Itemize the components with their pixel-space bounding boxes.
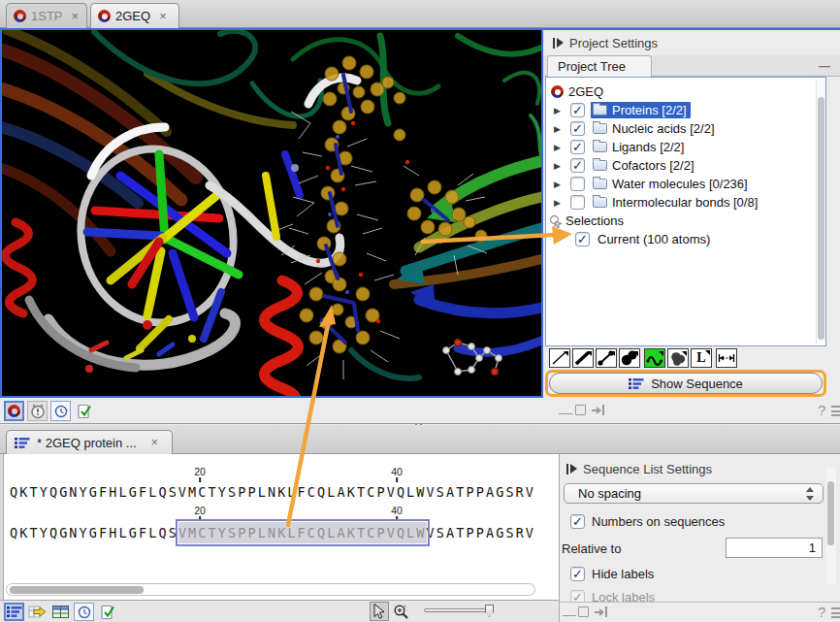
disclosure-triangle-icon[interactable]: ▶ [554, 106, 565, 115]
sequence-list-view[interactable]: 20 40 QKTYQGNYGFHLGFLQSVMCTYSPPLNKLFCQLA… [4, 454, 559, 600]
panel-menu-icon[interactable] [831, 406, 840, 416]
table-view-button[interactable] [50, 603, 71, 621]
document-tab-bar: 1STP × 2GEQ × [0, 0, 840, 28]
minimize-panel-icon[interactable]: — [563, 607, 576, 621]
tab-2geq[interactable]: 2GEQ × [90, 3, 179, 28]
sequence-settings-header[interactable]: Sequence List Settings [566, 462, 712, 476]
ball-and-stick-tool-button[interactable] [596, 348, 617, 368]
label-tool-button[interactable]: L [691, 348, 712, 368]
lock-labels-option[interactable]: ✓ Lock labels [570, 590, 655, 602]
minimize-panel-icon[interactable]: — [559, 406, 572, 419]
tree-item-water-molecules[interactable]: ▶ Water molecules [0/236] [554, 175, 752, 193]
disclosure-triangle-icon[interactable]: ▶ [554, 180, 565, 189]
disclosure-triangle-icon[interactable]: ▶ [554, 198, 565, 208]
tab-1stp[interactable]: 1STP × [6, 3, 87, 28]
backbone-tool-button[interactable] [644, 348, 665, 368]
sequence-row-2[interactable]: QKTYQGNYGFHLGFLQSVMCTYSPPLNKLFCQLAKTCPVQ… [10, 525, 535, 540]
tree-item-nucleic-acids[interactable]: ▶ ✓ Nucleic acids [2/2] [554, 119, 719, 138]
tree-item-ligands[interactable]: ▶ ✓ Ligands [2/2] [554, 138, 688, 156]
spacefill-tool-button[interactable] [619, 348, 640, 368]
sequence-row-1[interactable]: QKTYQGNYGFHLGFLQSVMCTYSPPLNKLFCQLAKTCPVQ… [10, 484, 535, 500]
project-settings-panel: Project Settings Project Tree — 2GEQ ▶ ✓… [543, 28, 840, 398]
checkbox[interactable]: ✓ [570, 567, 585, 581]
maximize-panel-icon[interactable] [578, 606, 589, 617]
relative-to-input[interactable] [726, 538, 823, 558]
scrollbar-thumb[interactable] [818, 97, 824, 340]
measure-distance-tool-button[interactable] [716, 348, 737, 368]
dock-panel-icon[interactable] [595, 606, 607, 617]
tree-item-cofactors[interactable]: ▶ ✓ Cofactors [2/2] [554, 156, 698, 175]
folder-icon [593, 179, 607, 189]
tree-root-2geq[interactable]: 2GEQ [551, 82, 603, 101]
numbers-on-sequences-option[interactable]: ✓ Numbers on sequences [570, 514, 725, 529]
sequence-tick-20: 20 [194, 467, 206, 482]
relative-to-row: Relative to [562, 541, 621, 556]
close-icon[interactable]: × [151, 438, 159, 447]
disclosure-triangle-icon[interactable]: ▶ [554, 124, 565, 134]
tab-project-tree[interactable]: Project Tree [547, 55, 652, 77]
validation-view-button[interactable] [97, 603, 117, 621]
zoom-slider[interactable] [424, 608, 494, 612]
scrollbar-thumb[interactable] [827, 481, 834, 545]
panel-menu-icon[interactable] [831, 607, 840, 618]
help-icon[interactable]: ? [818, 404, 825, 417]
zoom-tool-icon[interactable] [391, 603, 411, 621]
tree-root-label: 2GEQ [567, 84, 603, 99]
scrollbar-thumb[interactable] [10, 586, 144, 594]
element-info-view-button[interactable] [50, 401, 71, 421]
selection-cursor-tool[interactable] [370, 602, 389, 621]
help-icon[interactable]: ? [818, 606, 825, 619]
tree-scrollbar[interactable] [816, 80, 825, 344]
dock-panel-icon[interactable] [592, 405, 604, 415]
show-sequence-label: Show Sequence [651, 376, 743, 391]
folder-icon [593, 123, 607, 134]
tree-item-current-selection[interactable]: ✓ Current (100 atoms) [575, 230, 710, 248]
checkbox[interactable]: ✓ [570, 103, 585, 117]
molecule-3d-viewport[interactable] [0, 28, 543, 398]
spacing-value: No spacing [578, 486, 641, 501]
sequence-segment: QKTYQGNYGFHLGFLQS [10, 525, 178, 540]
checkbox[interactable]: ✓ [570, 121, 585, 136]
disclosure-triangle-icon[interactable]: ▶ [554, 161, 565, 171]
horizontal-scrollbar[interactable] [6, 583, 535, 596]
structure-view-button[interactable] [4, 401, 24, 421]
spacing-dropdown[interactable]: No spacing [564, 483, 824, 504]
folder-icon [593, 197, 607, 208]
molecule-icon [98, 10, 111, 22]
project-settings-header[interactable]: Project Settings [553, 36, 658, 50]
close-icon[interactable]: × [159, 12, 167, 21]
history-view-button[interactable] [27, 401, 48, 421]
tree-item-selections[interactable]: Selections [549, 212, 624, 230]
wireframe-tool-button[interactable] [549, 348, 570, 368]
checkbox[interactable]: ✓ [575, 232, 590, 246]
checkbox[interactable]: ✓ [570, 158, 585, 173]
surface-tool-button[interactable] [667, 348, 689, 368]
history-view-button[interactable] [74, 603, 94, 621]
maximize-panel-icon[interactable] [575, 405, 586, 415]
checkbox[interactable]: ✓ [570, 514, 585, 529]
sequence-selection[interactable]: VMCTYSPPLNKLFCQLAKTCPVQLW [178, 522, 427, 543]
project-tree-tab-bar: Project Tree — [543, 55, 840, 77]
close-icon[interactable]: × [72, 12, 80, 21]
stick-tool-button[interactable] [572, 348, 594, 368]
export-view-button[interactable] [27, 603, 48, 621]
collapse-panel-icon[interactable]: — [819, 59, 830, 73]
disclosure-triangle-icon[interactable]: ▶ [554, 143, 565, 152]
tree-item-proteins[interactable]: ▶ ✓ Proteins [2/2] [554, 101, 691, 119]
checkbox[interactable]: ✓ [570, 140, 585, 154]
panel-expand-icon [553, 38, 564, 49]
checkbox[interactable] [570, 195, 585, 210]
project-settings-title: Project Settings [569, 36, 658, 50]
settings-scrollbar[interactable] [826, 468, 836, 584]
checkbox[interactable]: ✓ [570, 590, 585, 602]
tree-item-intermolecular-bonds[interactable]: ▶ Intermolecular bonds [0/8] [554, 193, 761, 212]
checkbox[interactable] [570, 177, 585, 191]
tree-item-label: Proteins [2/2] [611, 103, 687, 117]
folder-icon [593, 160, 607, 171]
hide-labels-option[interactable]: ✓ Hide labels [570, 567, 654, 581]
validation-view-button[interactable] [74, 401, 94, 421]
tab-2geq-protein[interactable]: * 2GEQ protein ... × [6, 430, 173, 454]
option-label: Lock labels [592, 590, 655, 602]
show-sequence-button[interactable]: Show Sequence [549, 373, 823, 394]
sequence-list-view-button[interactable] [4, 603, 24, 621]
